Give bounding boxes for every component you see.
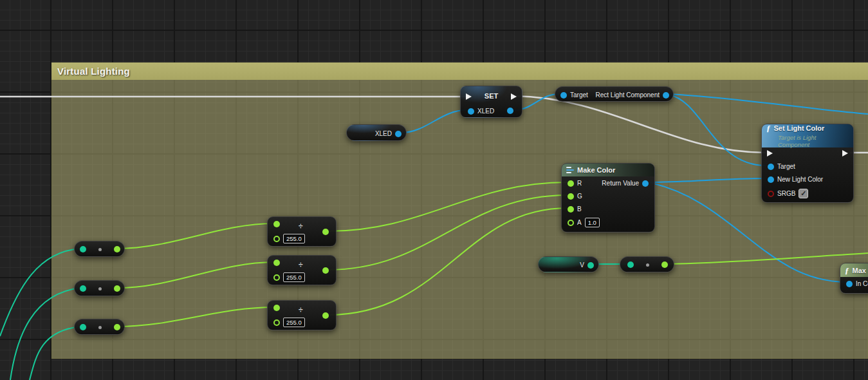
node-divide-b[interactable]: ÷ 255.0 xyxy=(267,300,337,330)
divide-input-a-pin[interactable] xyxy=(273,305,280,311)
divide-input-a-pin[interactable] xyxy=(273,221,280,227)
node-get-v[interactable]: V xyxy=(538,256,599,272)
conv-output-pin[interactable] xyxy=(114,324,120,330)
check-icon: ✓ xyxy=(800,190,806,197)
xled-input-pin[interactable] xyxy=(468,108,474,115)
exec-out-pin[interactable] xyxy=(842,150,848,157)
divide-input-b-pin[interactable] xyxy=(273,274,280,281)
conv-input-pin[interactable] xyxy=(80,324,86,330)
node-int-to-float-g[interactable] xyxy=(74,280,125,296)
comment-title: Virtual Lighting xyxy=(57,66,130,77)
v-getter-label: V xyxy=(580,261,584,269)
a-pin[interactable] xyxy=(568,220,574,226)
divide-value-input[interactable]: 255.0 xyxy=(283,272,305,282)
max-title: Max ( xyxy=(853,267,868,274)
node-max[interactable]: ƒ Max ( In Co xyxy=(840,263,868,294)
xled-getter-label: XLED xyxy=(375,130,392,137)
return-value-label: Return Value xyxy=(602,180,639,187)
a-label: A xyxy=(577,219,582,226)
make-color-header[interactable]: Make Color xyxy=(562,164,654,176)
srgb-checkbox[interactable]: ✓ xyxy=(799,189,808,198)
divide-value-input[interactable]: 255.0 xyxy=(283,318,305,327)
a-value-input[interactable]: 1.0 xyxy=(585,218,600,227)
divide-input-b-pin[interactable] xyxy=(273,319,280,326)
xled-output-pin[interactable] xyxy=(507,108,513,114)
divide-operator: ÷ xyxy=(299,223,303,229)
node-set-xled[interactable]: SET XLED xyxy=(460,86,522,118)
return-value-pin[interactable] xyxy=(642,180,649,187)
divide-output-pin[interactable] xyxy=(322,312,329,319)
conv-output-pin[interactable] xyxy=(114,285,120,292)
comment-body xyxy=(51,80,868,359)
node-set-light-color[interactable]: ƒ Set Light Color Target is Light Compon… xyxy=(761,124,854,203)
conversion-dot-icon xyxy=(98,287,102,290)
node-rect-light-component[interactable]: Target Rect Light Component xyxy=(555,86,674,102)
function-icon: ƒ xyxy=(766,124,771,132)
max-input-pin[interactable] xyxy=(846,281,853,287)
node-int-to-float-v[interactable] xyxy=(620,256,674,272)
blueprint-graph-canvas[interactable]: Virtual Lighting SET xyxy=(0,0,868,380)
node-int-to-float-b[interactable] xyxy=(74,319,125,335)
target-pin[interactable] xyxy=(768,164,774,170)
divide-output-pin[interactable] xyxy=(322,229,329,235)
divide-input-b-pin[interactable] xyxy=(273,236,280,242)
set-light-color-title: Set Light Color xyxy=(774,124,825,132)
set-light-color-subtitle: Target is Light Component xyxy=(778,134,849,148)
conversion-dot-icon xyxy=(98,326,102,329)
rectlight-output-label: Rect Light Component xyxy=(595,91,660,99)
xled-input-label: XLED xyxy=(477,108,494,115)
rectlight-target-label: Target xyxy=(570,91,588,99)
srgb-label: SRGB xyxy=(777,190,795,197)
g-pin[interactable] xyxy=(568,193,574,200)
divide-value-input[interactable]: 255.0 xyxy=(283,234,305,243)
conv-input-pin[interactable] xyxy=(627,261,634,268)
set-node-title: SET xyxy=(485,92,498,100)
rectlight-output-pin[interactable] xyxy=(663,92,669,99)
conv-input-pin[interactable] xyxy=(80,246,86,252)
conversion-dot-icon xyxy=(646,263,649,267)
comment-header[interactable]: Virtual Lighting xyxy=(51,62,868,80)
xled-getter-output-pin[interactable] xyxy=(395,131,402,137)
divide-operator: ÷ xyxy=(299,261,303,268)
new-light-color-pin[interactable] xyxy=(768,176,774,183)
divide-operator: ÷ xyxy=(299,307,303,313)
conv-output-pin[interactable] xyxy=(661,261,668,268)
r-pin[interactable] xyxy=(568,180,574,187)
exec-in-pin[interactable] xyxy=(767,150,773,157)
new-light-color-label: New Light Color xyxy=(777,176,823,183)
make-struct-icon xyxy=(566,167,574,173)
max-header[interactable]: ƒ Max ( xyxy=(840,263,868,277)
b-label: B xyxy=(577,205,582,213)
conv-input-pin[interactable] xyxy=(80,285,86,292)
node-divide-r[interactable]: ÷ 255.0 xyxy=(267,216,337,247)
g-label: G xyxy=(577,193,582,200)
srgb-pin[interactable] xyxy=(768,191,774,197)
rectlight-target-pin[interactable] xyxy=(560,92,567,99)
r-label: R xyxy=(577,180,582,187)
node-get-xled[interactable]: XLED xyxy=(346,124,407,141)
v-getter-output-pin[interactable] xyxy=(587,262,594,269)
divide-input-a-pin[interactable] xyxy=(273,260,280,266)
node-make-color[interactable]: Make Color R Return Value G B A 1.0 xyxy=(561,163,655,233)
function-icon: ƒ xyxy=(845,266,849,274)
conversion-dot-icon xyxy=(98,248,102,251)
make-color-title: Make Color xyxy=(577,166,615,174)
conv-output-pin[interactable] xyxy=(114,246,120,252)
max-input-label: In Co xyxy=(856,280,868,287)
exec-out-pin[interactable] xyxy=(511,93,517,100)
node-int-to-float-r[interactable] xyxy=(74,241,125,257)
divide-output-pin[interactable] xyxy=(322,267,329,274)
target-label: Target xyxy=(777,163,795,170)
set-light-color-header[interactable]: ƒ Set Light Color Target is Light Compon… xyxy=(762,124,853,147)
b-pin[interactable] xyxy=(568,206,574,213)
node-divide-g[interactable]: ÷ 255.0 xyxy=(267,255,337,285)
